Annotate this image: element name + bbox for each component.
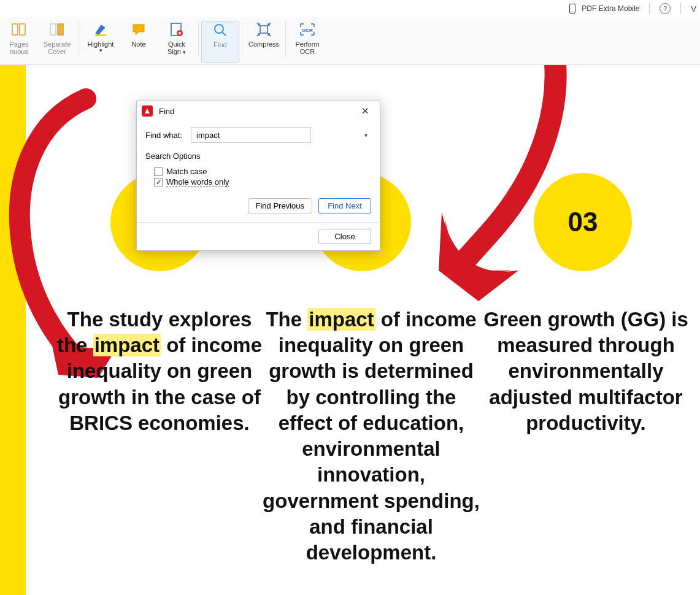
checkbox-icon	[154, 167, 163, 176]
search-highlight: impact	[93, 334, 161, 356]
svg-text:OCR: OCR	[302, 28, 313, 33]
checkbox-icon	[154, 178, 163, 186]
compress-icon	[255, 21, 272, 38]
quick-sign-icon	[168, 21, 185, 38]
column-1-text: The study explores the impact of income …	[55, 307, 264, 436]
separate-cover-button[interactable]: SeparateCover	[38, 21, 76, 63]
column-2-text: The impact of income inequality on green…	[261, 307, 482, 566]
find-previous-button[interactable]: Find Previous	[248, 198, 312, 213]
find-what-input[interactable]	[191, 127, 311, 143]
ocr-icon: OCR	[299, 21, 316, 38]
find-dialog-titlebar[interactable]: Find ✕	[137, 101, 380, 121]
svg-rect-2	[50, 24, 56, 35]
compress-button[interactable]: Compress	[245, 21, 283, 63]
highlight-icon	[92, 21, 109, 38]
quick-sign-button[interactable]: QuickSign ▾	[158, 21, 196, 63]
svg-rect-3	[58, 24, 63, 35]
perform-ocr-button[interactable]: OCR PerformOCR	[288, 21, 326, 63]
svg-rect-0	[12, 24, 18, 35]
svg-line-8	[222, 32, 226, 36]
find-button[interactable]: Find	[201, 21, 239, 63]
separator	[649, 3, 650, 14]
app-top-bar: PDF Extra Mobile ? V	[566, 0, 700, 17]
separate-cover-icon	[48, 21, 66, 38]
help-icon[interactable]: ?	[660, 3, 671, 14]
truncated-menu: V	[691, 4, 696, 13]
search-highlight: impact	[307, 308, 375, 331]
group-separator	[198, 21, 199, 58]
pages-continuous-button[interactable]: Pagesnuous	[0, 21, 38, 63]
mobile-icon	[569, 4, 575, 13]
find-next-button[interactable]: Find Next	[318, 198, 371, 213]
search-options-label: Search Options	[145, 152, 371, 161]
note-button[interactable]: Note	[120, 21, 158, 63]
svg-rect-1	[20, 24, 25, 35]
group-separator	[285, 21, 286, 58]
app-logo-icon	[142, 106, 153, 117]
close-icon[interactable]: ✕	[355, 103, 375, 119]
highlight-button[interactable]: Highlight ▾	[82, 21, 120, 63]
close-button[interactable]: Close	[318, 229, 371, 244]
ribbon-toolbar: Pagesnuous SeparateCover Highlight ▾ Not…	[0, 17, 700, 65]
svg-point-7	[215, 25, 223, 33]
column-3-text: Green growth (GG) is measured through en…	[479, 307, 693, 436]
pages-icon	[10, 21, 28, 38]
pdf-extra-mobile-link[interactable]: PDF Extra Mobile	[582, 4, 639, 13]
group-separator	[242, 21, 242, 58]
chevron-down-icon: ▾	[183, 49, 186, 55]
document-viewport[interactable]: 0 2 03 The study explores the impact of …	[0, 65, 700, 595]
find-what-label: Find what:	[145, 131, 185, 140]
separator	[680, 3, 681, 14]
search-icon	[212, 21, 229, 39]
whole-words-checkbox[interactable]: Whole words only	[154, 177, 371, 187]
section-badge-03: 03	[534, 173, 632, 271]
yellow-page-stripe	[0, 65, 26, 595]
note-icon	[130, 21, 147, 38]
group-separator	[79, 21, 79, 58]
svg-rect-9	[260, 26, 267, 33]
chevron-down-icon[interactable]: ▾	[364, 132, 367, 139]
find-dialog: Find ✕ Find what: ▾ Search Options Match…	[136, 101, 380, 251]
find-dialog-title: Find	[159, 107, 355, 116]
match-case-checkbox[interactable]: Match case	[154, 167, 371, 176]
svg-rect-4	[95, 34, 106, 36]
chevron-down-icon: ▾	[99, 49, 102, 52]
